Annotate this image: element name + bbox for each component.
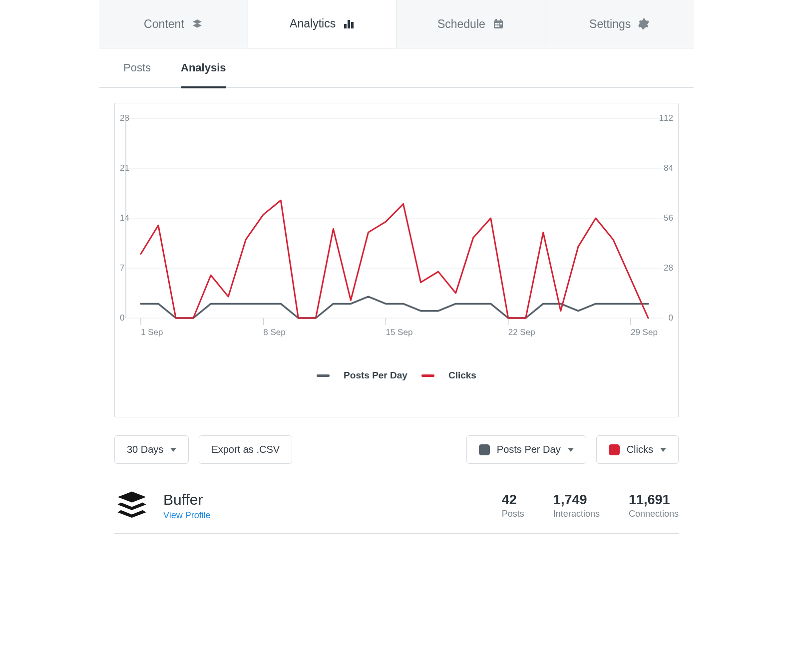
subtab-analysis-label: Analysis — [181, 61, 226, 74]
tab-schedule-label: Schedule — [437, 17, 485, 31]
left-metric-label: Posts Per Day — [497, 444, 561, 455]
right-metric-label: Clicks — [627, 444, 653, 455]
stat-interactions-label: Interactions — [553, 509, 600, 519]
export-csv-button[interactable]: Export as .CSV — [199, 435, 292, 464]
tab-analytics[interactable]: Analytics — [248, 0, 397, 48]
svg-rect-5 — [500, 19, 501, 21]
svg-text:84: 84 — [664, 163, 673, 173]
stat-interactions: 1,749 Interactions — [553, 492, 600, 519]
tab-content-label: Content — [144, 17, 184, 31]
svg-text:112: 112 — [659, 113, 673, 123]
svg-text:21: 21 — [120, 163, 129, 173]
chart-legend: Posts Per Day Clicks — [115, 358, 678, 417]
svg-text:28: 28 — [664, 263, 673, 273]
subtab-posts[interactable]: Posts — [123, 48, 151, 87]
chevron-down-icon — [568, 448, 574, 452]
profile-name: Buffer — [163, 491, 211, 508]
svg-rect-1 — [348, 20, 350, 28]
svg-text:0: 0 — [669, 313, 673, 323]
stat-posts-value: 42 — [502, 492, 524, 508]
export-label: Export as .CSV — [211, 444, 280, 455]
sub-tabs: Posts Analysis — [99, 48, 694, 88]
right-metric-dropdown[interactable]: Clicks — [596, 435, 679, 464]
chart-card: 0714212802856841121 Sep8 Sep15 Sep22 Sep… — [114, 103, 679, 417]
svg-text:22 Sep: 22 Sep — [508, 328, 535, 337]
svg-rect-6 — [495, 23, 497, 24]
svg-rect-9 — [495, 25, 497, 27]
range-dropdown[interactable]: 30 Days — [114, 435, 189, 464]
svg-text:7: 7 — [120, 263, 124, 273]
legend-swatch-clicks — [421, 374, 434, 377]
tab-settings-label: Settings — [589, 17, 631, 31]
controls-row: 30 Days Export as .CSV Posts Per Day Cli… — [99, 417, 694, 476]
svg-rect-10 — [497, 25, 499, 27]
svg-text:29 Sep: 29 Sep — [631, 328, 658, 337]
stat-interactions-value: 1,749 — [553, 492, 600, 508]
svg-rect-0 — [344, 24, 347, 28]
top-tabs: Content Analytics Schedule Settings — [99, 0, 694, 48]
svg-text:56: 56 — [664, 213, 673, 223]
stat-connections: 11,691 Connections — [629, 492, 679, 519]
tab-schedule[interactable]: Schedule — [397, 0, 546, 48]
tab-content[interactable]: Content — [99, 0, 248, 48]
svg-rect-8 — [500, 23, 502, 24]
profile-row: Buffer View Profile 42 Posts 1,749 Inter… — [99, 476, 694, 533]
gear-icon — [638, 18, 650, 30]
tab-settings[interactable]: Settings — [545, 0, 694, 48]
calendar-icon — [492, 18, 504, 30]
svg-text:0: 0 — [120, 313, 124, 323]
profile-info: Buffer View Profile — [163, 491, 211, 521]
svg-text:1 Sep: 1 Sep — [141, 328, 163, 337]
profile-stats: 42 Posts 1,749 Interactions 11,691 Conne… — [502, 492, 679, 519]
legend-swatch-posts — [317, 374, 330, 377]
buffer-logo-icon — [114, 488, 149, 523]
chevron-down-icon — [660, 448, 666, 452]
range-label: 30 Days — [127, 444, 163, 455]
subtab-posts-label: Posts — [123, 61, 151, 74]
tab-analytics-label: Analytics — [290, 17, 336, 30]
view-profile-link[interactable]: View Profile — [163, 510, 211, 521]
stat-posts-label: Posts — [502, 509, 524, 519]
stat-connections-value: 11,691 — [629, 492, 679, 508]
metric-color-posts — [479, 444, 490, 455]
subtab-analysis[interactable]: Analysis — [181, 48, 226, 87]
divider — [114, 533, 679, 534]
svg-text:15 Sep: 15 Sep — [386, 328, 412, 337]
legend-label-clicks: Clicks — [448, 370, 476, 381]
svg-rect-7 — [497, 23, 499, 24]
svg-rect-4 — [495, 19, 497, 21]
metric-color-clicks — [609, 444, 620, 455]
stat-connections-label: Connections — [629, 509, 679, 519]
stat-posts: 42 Posts — [502, 492, 524, 519]
chevron-down-icon — [170, 448, 176, 452]
svg-rect-2 — [351, 22, 354, 28]
svg-text:14: 14 — [120, 213, 129, 223]
analytics-chart: 0714212802856841121 Sep8 Sep15 Sep22 Sep… — [115, 103, 678, 353]
bar-chart-icon — [343, 18, 355, 30]
legend-label-posts: Posts Per Day — [344, 370, 407, 381]
svg-text:8 Sep: 8 Sep — [263, 328, 285, 337]
layers-icon — [191, 18, 203, 30]
svg-text:28: 28 — [120, 113, 129, 123]
left-metric-dropdown[interactable]: Posts Per Day — [466, 435, 586, 464]
